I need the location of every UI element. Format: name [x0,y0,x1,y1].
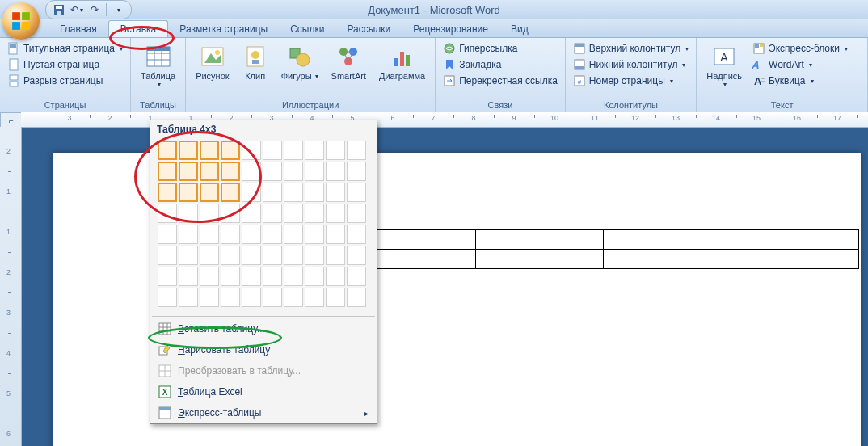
grid-cell[interactable] [242,141,261,160]
grid-cell[interactable] [284,288,303,307]
redo-icon[interactable]: ↷ [86,2,103,17]
grid-cell[interactable] [179,141,198,160]
grid-cell[interactable] [179,183,198,202]
grid-cell[interactable] [263,288,282,307]
footer-button[interactable]: Нижний колонтитул▾ [571,57,691,73]
blank-page-button[interactable]: Пустая страница [5,57,125,73]
grid-cell[interactable] [347,204,366,223]
grid-cell[interactable] [242,225,261,244]
excel-table-item[interactable]: XТаблица Excel [150,381,377,402]
grid-cell[interactable] [200,183,219,202]
grid-cell[interactable] [305,246,324,265]
header-button[interactable]: Верхний колонтитул▾ [571,40,691,57]
grid-cell[interactable] [305,162,324,181]
save-icon[interactable] [51,2,67,17]
page-break-button[interactable]: Разрыв страницы [5,73,125,89]
grid-cell[interactable] [284,246,303,265]
grid-cell[interactable] [200,162,219,181]
grid-cell[interactable] [347,183,366,202]
quickparts-button[interactable]: Экспресс-блоки▾ [750,40,850,57]
grid-cell[interactable] [263,225,282,244]
grid-cell[interactable] [221,267,240,286]
grid-cell[interactable] [347,267,366,286]
tab-mailings[interactable]: Рассылки [335,21,402,37]
tab-insert[interactable]: Вставка [108,20,169,37]
grid-cell[interactable] [200,141,219,160]
grid-cell[interactable] [263,183,282,202]
smartart-button[interactable]: SmartArt [327,40,371,84]
grid-cell[interactable] [242,288,261,307]
grid-cell[interactable] [305,204,324,223]
grid-cell[interactable] [179,288,198,307]
grid-cell[interactable] [158,204,177,223]
document-table[interactable] [348,229,859,269]
grid-cell[interactable] [284,183,303,202]
crossref-button[interactable]: Перекрестная ссылка [440,73,560,89]
grid-cell[interactable] [242,204,261,223]
office-button[interactable] [2,2,40,40]
grid-cell[interactable] [158,141,177,160]
grid-cell[interactable] [221,162,240,181]
tab-home[interactable]: Главная [48,21,108,37]
quick-tables-item[interactable]: Экспресс-таблицы▸ [150,402,377,423]
cover-page-button[interactable]: Титульная страница▾ [5,40,125,57]
horizontal-ruler[interactable]: 3211234567891011121314151617 [21,112,868,128]
picture-button[interactable]: Рисунок [191,40,234,84]
grid-cell[interactable] [221,183,240,202]
grid-cell[interactable] [179,162,198,181]
grid-cell[interactable] [326,288,345,307]
grid-cell[interactable] [263,267,282,286]
grid-cell[interactable] [158,288,177,307]
grid-cell[interactable] [305,183,324,202]
grid-cell[interactable] [242,183,261,202]
grid-cell[interactable] [347,162,366,181]
grid-cell[interactable] [326,246,345,265]
grid-cell[interactable] [158,267,177,286]
grid-cell[interactable] [158,246,177,265]
grid-cell[interactable] [305,141,324,160]
grid-cell[interactable] [284,141,303,160]
grid-cell[interactable] [200,288,219,307]
grid-cell[interactable] [200,225,219,244]
grid-cell[interactable] [200,267,219,286]
dropcap-button[interactable]: AБуквица▾ [750,73,850,89]
grid-cell[interactable] [284,204,303,223]
vertical-ruler[interactable]: 211234567 [0,127,22,446]
tab-review[interactable]: Рецензирование [402,21,499,37]
grid-cell[interactable] [242,246,261,265]
grid-cell[interactable] [179,225,198,244]
grid-cell[interactable] [221,225,240,244]
grid-cell[interactable] [347,288,366,307]
grid-cell[interactable] [263,141,282,160]
grid-cell[interactable] [305,267,324,286]
undo-icon[interactable]: ↶▾ [69,2,85,17]
grid-cell[interactable] [305,225,324,244]
grid-cell[interactable] [284,162,303,181]
grid-cell[interactable] [263,204,282,223]
shapes-button[interactable]: Фигуры▾ [276,40,323,84]
tab-references[interactable]: Ссылки [279,21,335,37]
grid-cell[interactable] [158,225,177,244]
bookmark-button[interactable]: Закладка [440,57,560,73]
grid-cell[interactable] [179,246,198,265]
grid-cell[interactable] [326,225,345,244]
grid-cell[interactable] [221,141,240,160]
grid-cell[interactable] [263,246,282,265]
tab-view[interactable]: Вид [499,21,540,37]
grid-cell[interactable] [263,162,282,181]
grid-cell[interactable] [221,246,240,265]
grid-cell[interactable] [221,204,240,223]
grid-cell[interactable] [326,162,345,181]
grid-cell[interactable] [284,267,303,286]
clip-button[interactable]: Клип [238,40,273,84]
chart-button[interactable]: Диаграмма [374,40,430,84]
grid-cell[interactable] [326,183,345,202]
grid-cell[interactable] [200,246,219,265]
grid-cell[interactable] [284,225,303,244]
wordart-button[interactable]: AWordArt▾ [750,57,850,73]
grid-cell[interactable] [242,162,261,181]
grid-cell[interactable] [179,267,198,286]
grid-cell[interactable] [347,225,366,244]
grid-cell[interactable] [305,288,324,307]
ruler-corner[interactable]: ⌐ [0,112,23,128]
